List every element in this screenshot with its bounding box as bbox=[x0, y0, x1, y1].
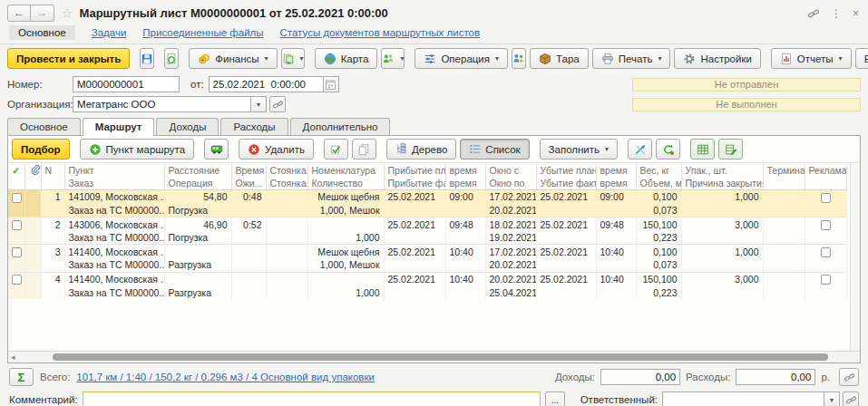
cell-point[interactable]: 143006, Московская ... bbox=[64, 218, 164, 231]
cell-parking2[interactable] bbox=[266, 258, 307, 272]
cell-departure-fact-time[interactable] bbox=[596, 258, 636, 272]
refresh-button[interactable] bbox=[656, 139, 680, 160]
back-button[interactable]: ← bbox=[7, 5, 31, 22]
cell-order[interactable]: Заказ на ТС М00000... bbox=[64, 285, 164, 299]
cell-close-reason[interactable] bbox=[681, 285, 763, 299]
cell-operation[interactable]: Разгрузка bbox=[164, 285, 231, 299]
cell-window-from[interactable]: 17.02.2021... bbox=[485, 190, 536, 204]
row-attachment-cell2[interactable] bbox=[24, 285, 41, 299]
cell-wait[interactable] bbox=[231, 285, 266, 299]
cell-volume[interactable]: 0,223 bbox=[636, 231, 681, 245]
route-row-line2[interactable]: Заказ на ТС М00000...Погрузка1,000, Мешо… bbox=[8, 204, 847, 218]
cell-terminal2[interactable] bbox=[763, 285, 805, 299]
cell-volume[interactable]: 0,073 bbox=[636, 204, 681, 218]
cell-distance[interactable] bbox=[164, 272, 231, 285]
cell-arrival-fact[interactable] bbox=[384, 258, 445, 272]
cell-reclamation[interactable] bbox=[805, 272, 847, 285]
calendar-button[interactable] bbox=[323, 76, 339, 92]
select-column-header[interactable]: ✓ bbox=[8, 163, 24, 177]
cell-distance[interactable] bbox=[164, 245, 231, 258]
route-row-line1[interactable]: 1141009, Московская ...54,800:48Мешок ще… bbox=[8, 190, 847, 204]
cell-weight[interactable]: 0,100 bbox=[636, 190, 681, 204]
cell-operation[interactable]: Погрузка bbox=[164, 231, 231, 245]
row-select-cell[interactable] bbox=[8, 272, 24, 285]
cell-parking2[interactable] bbox=[266, 285, 307, 299]
column-header-arrival-plan[interactable]: Прибытие план bbox=[384, 163, 445, 177]
income-input[interactable] bbox=[600, 369, 680, 385]
cell-number2[interactable] bbox=[41, 204, 64, 218]
cell-arrival-fact[interactable] bbox=[384, 285, 445, 299]
column-header-wait[interactable]: Ожи... bbox=[231, 177, 266, 190]
tree-view-button[interactable]: Дерево bbox=[386, 139, 456, 160]
cell-weight[interactable]: 0,100 bbox=[636, 245, 681, 258]
expense-input[interactable] bbox=[736, 369, 815, 385]
route-row-line1[interactable]: 2143006, Московская ...46,900:5225.02.20… bbox=[8, 218, 847, 231]
row-select-cell[interactable] bbox=[8, 190, 24, 204]
row-attachment-cell[interactable] bbox=[24, 218, 41, 231]
column-header-parking[interactable]: Стоянка... bbox=[266, 163, 307, 177]
favorite-star-icon[interactable]: ☆ bbox=[61, 5, 73, 22]
cell-wait[interactable] bbox=[231, 231, 266, 245]
column-header-arrival-fact[interactable]: Прибытие факт bbox=[384, 177, 445, 190]
pick-button[interactable]: Подбор bbox=[12, 139, 70, 160]
row-select-checkbox[interactable] bbox=[12, 275, 22, 285]
cell-time[interactable]: 0:48 bbox=[231, 190, 266, 204]
cell-arrival-fact-time[interactable] bbox=[445, 204, 485, 218]
route-row-line1[interactable]: 4141400, Московская ...25.02.202110:4020… bbox=[8, 272, 847, 285]
cell-close-reason[interactable] bbox=[681, 258, 763, 272]
build-route-button[interactable] bbox=[628, 139, 652, 160]
cell-arrival-plan[interactable]: 25.02.2021 bbox=[384, 272, 445, 285]
fill-button[interactable]: Заполнить▾ bbox=[540, 139, 618, 160]
cell-wait[interactable] bbox=[231, 258, 266, 272]
currency-open-button[interactable] bbox=[839, 368, 859, 386]
navtab-statuses[interactable]: Статусы документов маршрутных листов bbox=[280, 27, 481, 38]
column-header-departure-fact[interactable]: Убытие факт bbox=[536, 177, 596, 190]
cell-parking[interactable] bbox=[266, 190, 307, 204]
column-header-departure-fact-time[interactable]: время bbox=[596, 177, 636, 190]
cell-reclamation2[interactable] bbox=[805, 285, 847, 299]
cell-departure-fact-time[interactable] bbox=[596, 204, 636, 218]
get-link-icon[interactable] bbox=[807, 7, 820, 20]
finances-button[interactable]: Финансы▾ bbox=[189, 48, 277, 69]
cell-packages[interactable]: 3,000 bbox=[681, 272, 763, 285]
column-header-arrival-fact-time[interactable]: время bbox=[445, 177, 485, 190]
cell-reclamation[interactable] bbox=[805, 218, 847, 231]
vehicle-button[interactable] bbox=[204, 139, 229, 160]
post-and-close-button[interactable]: Провести и закрыть bbox=[7, 48, 130, 69]
responsible-dropdown-button[interactable]: ▾ bbox=[824, 392, 840, 406]
scroll-left-button[interactable]: ◂ bbox=[11, 353, 15, 362]
column-header-order[interactable]: Заказ bbox=[64, 177, 164, 190]
drivers-button[interactable] bbox=[512, 48, 526, 69]
row-attachment-cell2[interactable] bbox=[24, 204, 41, 218]
cell-terminal2[interactable] bbox=[763, 231, 805, 245]
column-header-departure-plan-time[interactable]: время bbox=[596, 163, 636, 177]
navtab-tasks[interactable]: Задачи bbox=[92, 27, 127, 38]
row-select-checkbox[interactable] bbox=[12, 193, 22, 203]
cell-number2[interactable] bbox=[41, 285, 64, 299]
row-select-cell[interactable] bbox=[8, 218, 24, 231]
cell-distance[interactable]: 46,90 bbox=[164, 218, 231, 231]
vertical-scrollbar[interactable] bbox=[850, 163, 860, 351]
tab-additional[interactable]: Дополнительно bbox=[290, 118, 391, 135]
totals-button[interactable]: Σ bbox=[9, 368, 34, 386]
grid-view-button[interactable] bbox=[690, 139, 715, 160]
cell-number[interactable]: 1 bbox=[41, 190, 64, 204]
cell-window-to[interactable]: 20.02.2021... bbox=[485, 204, 536, 218]
column-header-nomenclature[interactable]: Номенклатура bbox=[307, 163, 384, 177]
reports-button[interactable]: Отчеты▾ bbox=[771, 48, 852, 69]
cell-arrival-plan[interactable]: 25.02.2021 bbox=[384, 245, 445, 258]
cell-departure-fact-time[interactable] bbox=[596, 285, 636, 299]
column-header-departure-plan[interactable]: Убытие план bbox=[536, 163, 596, 177]
organization-dropdown-button[interactable]: ▾ bbox=[250, 96, 267, 112]
attachments-column-header[interactable] bbox=[24, 163, 41, 177]
cell-quantity[interactable]: 1,000 bbox=[307, 231, 384, 245]
cell-time[interactable] bbox=[231, 245, 266, 258]
cell-arrival-fact-time[interactable] bbox=[445, 258, 485, 272]
cell-arrival-fact-time[interactable] bbox=[445, 231, 485, 245]
tab-expenses[interactable]: Расходы bbox=[220, 118, 288, 135]
row-attachment-cell[interactable] bbox=[24, 190, 41, 204]
list-view-button[interactable]: Список bbox=[460, 139, 529, 160]
cell-weight[interactable]: 150,100 bbox=[636, 218, 681, 231]
column-header-n[interactable]: N bbox=[41, 163, 64, 177]
cell-number[interactable]: 2 bbox=[41, 218, 64, 231]
